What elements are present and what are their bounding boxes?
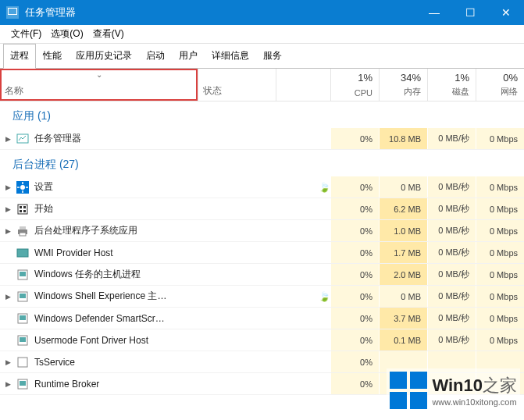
- process-name: TsService: [34, 357, 318, 368]
- cell-disk: 0 MB/秒: [427, 286, 476, 307]
- menu-options[interactable]: 选项(O): [46, 26, 87, 42]
- column-header: ⌄ 名称 状态 1%CPU 34%内存 1%磁盘 0%网络: [0, 69, 524, 101]
- cell-cpu: 0%: [330, 308, 379, 329]
- menu-view[interactable]: 查看(V): [88, 26, 129, 42]
- cell-mem: 0 MB: [379, 176, 427, 198]
- process-name: Usermode Font Driver Host: [34, 335, 318, 346]
- cell-disk: 0 MB/秒: [427, 198, 476, 219]
- col-status-label: 状态: [203, 84, 222, 98]
- cell-disk: 0 MB/秒: [427, 176, 476, 198]
- chevron-right-icon[interactable]: ▶: [0, 135, 11, 143]
- svg-rect-13: [20, 210, 22, 212]
- svg-rect-30: [390, 372, 407, 389]
- process-row[interactable]: ▶ 任务管理器 0% 10.8 MB 0 MB/秒 0 Mbps: [0, 128, 524, 150]
- watermark-suffix: 之家: [483, 376, 517, 395]
- process-name: Windows 任务的主机进程: [34, 268, 318, 281]
- cell-cpu: 0%: [330, 351, 379, 372]
- chevron-right-icon[interactable]: ▶: [0, 293, 11, 301]
- process-row[interactable]: Windows Defender SmartScr… 0% 3.7 MB 0 M…: [0, 308, 524, 329]
- disk-pct: 1%: [434, 72, 469, 84]
- net-lbl: 网络: [483, 86, 518, 98]
- group-apps: 应用 (1): [0, 101, 524, 128]
- cell-cpu: 0%: [330, 128, 379, 149]
- svg-rect-17: [20, 233, 26, 236]
- svg-rect-16: [20, 226, 26, 230]
- process-name: Windows Defender SmartScr…: [34, 313, 318, 324]
- watermark: Win10之家 www.win10xitong.com: [387, 368, 520, 412]
- app-icon: [6, 6, 19, 19]
- svg-rect-22: [20, 294, 26, 298]
- tab-details[interactable]: 详细信息: [205, 44, 256, 68]
- disk-lbl: 磁盘: [434, 86, 469, 98]
- chevron-right-icon[interactable]: ▶: [0, 380, 11, 388]
- wmi-icon: [16, 246, 30, 260]
- svg-rect-27: [18, 358, 27, 367]
- cell-disk: 0 MB/秒: [427, 128, 476, 149]
- watermark-url: www.win10xitong.com: [432, 397, 517, 407]
- cell-net: 0 Mbps: [476, 128, 524, 149]
- sort-chevron-icon: ⌄: [96, 70, 102, 79]
- cell-cpu: 0%: [330, 329, 379, 351]
- tab-processes[interactable]: 进程: [3, 44, 36, 69]
- col-name[interactable]: ⌄ 名称: [0, 69, 198, 101]
- svg-rect-33: [410, 392, 427, 409]
- svg-rect-26: [20, 337, 26, 342]
- col-cpu[interactable]: 1%CPU: [330, 69, 379, 101]
- process-name: 开始: [34, 202, 318, 215]
- cell-mem: 3.7 MB: [379, 308, 427, 329]
- chevron-right-icon[interactable]: ▶: [0, 205, 11, 213]
- broker-icon: [16, 377, 30, 391]
- col-disk[interactable]: 1%磁盘: [427, 69, 476, 101]
- svg-rect-11: [20, 206, 22, 208]
- mem-lbl: 内存: [386, 86, 421, 98]
- col-status[interactable]: 状态: [198, 69, 276, 101]
- printer-icon: [16, 224, 30, 238]
- chevron-right-icon[interactable]: ▶: [0, 227, 11, 235]
- close-button[interactable]: ✕: [488, 0, 524, 25]
- process-row[interactable]: WMI Provider Host 0% 1.7 MB 0 MB/秒 0 Mbp…: [0, 242, 524, 264]
- cell-mem: 6.2 MB: [379, 198, 427, 219]
- process-row[interactable]: ▶ 后台处理程序子系统应用 0% 1.0 MB 0 MB/秒 0 Mbps: [0, 220, 524, 242]
- menu-file[interactable]: 文件(F): [6, 26, 46, 42]
- process-name: WMI Provider Host: [34, 247, 318, 258]
- cell-cpu: 0%: [330, 242, 379, 263]
- maximize-button[interactable]: ☐: [452, 0, 488, 25]
- process-row[interactable]: ▶ 设置 🍃 0% 0 MB 0 MB/秒 0 Mbps: [0, 176, 524, 198]
- chevron-right-icon[interactable]: ▶: [0, 358, 11, 366]
- process-name: 设置: [34, 180, 318, 194]
- tab-services[interactable]: 服务: [256, 44, 289, 68]
- process-row[interactable]: ▶ 开始 0% 6.2 MB 0 MB/秒 0 Mbps: [0, 198, 524, 220]
- cell-disk: 0 MB/秒: [427, 308, 476, 329]
- defender-icon: [16, 311, 30, 326]
- cell-cpu: 0%: [330, 286, 379, 307]
- tab-performance[interactable]: 性能: [36, 44, 69, 68]
- window-title: 任务管理器: [25, 5, 416, 20]
- process-row[interactable]: ▶ Windows Shell Experience 主… 🍃 0% 0 MB …: [0, 286, 524, 308]
- svg-rect-32: [390, 392, 407, 409]
- minimize-button[interactable]: —: [416, 0, 452, 25]
- cell-net: 0 Mbps: [476, 308, 524, 329]
- chevron-right-icon[interactable]: ▶: [0, 183, 11, 191]
- process-row[interactable]: Usermode Font Driver Host 0% 0.1 MB 0 MB…: [0, 329, 524, 351]
- col-name-label: 名称: [5, 84, 193, 98]
- svg-rect-29: [20, 381, 26, 386]
- cell-net: 0 Mbps: [476, 198, 524, 219]
- tab-startup[interactable]: 启动: [139, 44, 172, 68]
- tab-history[interactable]: 应用历史记录: [69, 44, 139, 68]
- tab-users[interactable]: 用户: [172, 44, 205, 68]
- cell-mem: 0 MB: [379, 286, 427, 307]
- svg-rect-12: [23, 206, 26, 208]
- cell-cpu: 0%: [330, 220, 379, 241]
- col-net[interactable]: 0%网络: [476, 69, 524, 101]
- shell-icon: [16, 290, 30, 304]
- svg-rect-14: [23, 210, 26, 212]
- group-bg: 后台进程 (27): [0, 150, 524, 176]
- process-row[interactable]: Windows 任务的主机进程 0% 2.0 MB 0 MB/秒 0 Mbps: [0, 264, 524, 286]
- cell-net: 0 Mbps: [476, 329, 524, 351]
- process-name: Runtime Broker: [34, 379, 318, 390]
- process-name: 任务管理器: [34, 132, 318, 145]
- cpu-pct: 1%: [337, 72, 373, 84]
- col-mem[interactable]: 34%内存: [379, 69, 427, 101]
- cell-mem: 1.0 MB: [379, 220, 427, 241]
- cell-mem: 2.0 MB: [379, 264, 427, 285]
